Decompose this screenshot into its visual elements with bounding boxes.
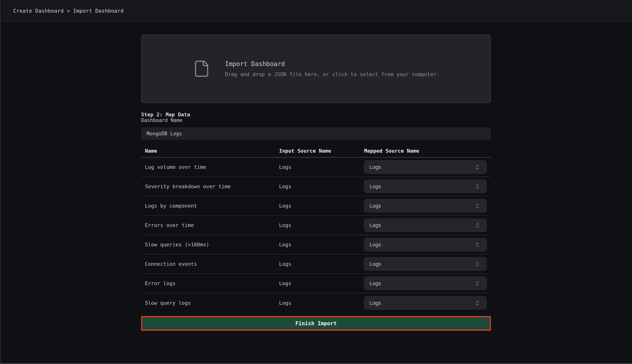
header-name: Name [141, 148, 279, 154]
step-heading: Step 2: Map Data [141, 112, 491, 118]
table-row: Logs by component Logs Logs [141, 196, 491, 216]
mapped-source-select[interactable]: Logs [364, 199, 487, 212]
chevrons-up-down-icon [475, 280, 481, 286]
table-row: Errors over time Logs Logs [141, 216, 491, 235]
dropzone-text: Import Dashboard Drag and drop a JSON fi… [225, 60, 440, 77]
row-input-source: Logs [279, 280, 364, 286]
mapped-source-value: Logs [369, 203, 381, 209]
mapped-source-select[interactable]: Logs [364, 160, 487, 174]
finish-import-button[interactable]: Finish Import [141, 316, 491, 331]
window-left-edge [0, 0, 1, 364]
mapped-source-value: Logs [369, 242, 381, 248]
table-row: Slow query logs Logs Logs [141, 293, 491, 312]
mapped-source-value: Logs [369, 164, 381, 170]
mapped-source-value: Logs [369, 184, 381, 190]
mapped-source-select[interactable]: Logs [364, 238, 487, 251]
table-row: Error logs Logs Logs [141, 274, 491, 293]
dashboard-name-input[interactable] [141, 128, 491, 140]
chevrons-up-down-icon [475, 164, 481, 170]
top-bar: Create Dashboard > Import Dashboard [0, 0, 632, 22]
row-input-source: Logs [279, 222, 364, 228]
import-dashboard-page: Import Dashboard Drag and drop a JSON fi… [141, 34, 491, 331]
mapped-source-select[interactable]: Logs [364, 218, 487, 232]
row-name: Slow queries (>100ms) [141, 242, 279, 248]
row-name: Error logs [141, 280, 279, 286]
chevrons-up-down-icon [475, 261, 481, 267]
table-row: Severity breakdown over time Logs Logs [141, 177, 491, 196]
table-row: Slow queries (>100ms) Logs Logs [141, 235, 491, 254]
dropzone-title: Import Dashboard [225, 60, 440, 68]
dropzone-subtitle: Drag and drop a JSON file here, or click… [225, 71, 440, 77]
window-bottom-edge [0, 363, 632, 364]
chevrons-up-down-icon [475, 242, 481, 248]
mapped-source-value: Logs [369, 280, 381, 286]
row-name: Slow query logs [141, 300, 279, 306]
table-header-row: Name Input Source Name Mapped Source Nam… [141, 140, 491, 157]
mapped-source-value: Logs [369, 300, 381, 306]
chevrons-up-down-icon [475, 203, 481, 209]
file-icon [192, 60, 211, 78]
mapped-source-select[interactable]: Logs [364, 180, 487, 193]
chevrons-up-down-icon [475, 300, 481, 306]
row-input-source: Logs [279, 300, 364, 306]
mapped-source-value: Logs [369, 261, 381, 267]
mapped-source-select[interactable]: Logs [364, 277, 487, 290]
table-body: Log volume over time Logs Logs Severity … [141, 158, 491, 312]
dashboard-name-label: Dashboard Name [141, 118, 182, 123]
row-input-source: Logs [279, 203, 364, 209]
table-row: Connection events Logs Logs [141, 254, 491, 274]
row-input-source: Logs [279, 261, 364, 267]
header-input-source: Input Source Name [279, 148, 364, 154]
table-row: Log volume over time Logs Logs [141, 158, 491, 177]
row-name: Errors over time [141, 222, 279, 228]
mapping-table: Name Input Source Name Mapped Source Nam… [141, 140, 491, 312]
mapped-source-select[interactable]: Logs [364, 296, 487, 310]
row-name: Severity breakdown over time [141, 184, 279, 189]
header-mapped-source: Mapped Source Name [364, 148, 491, 154]
row-input-source: Logs [279, 242, 364, 248]
row-input-source: Logs [279, 184, 364, 189]
row-input-source: Logs [279, 164, 364, 170]
mapped-source-value: Logs [369, 222, 381, 228]
mapped-source-select[interactable]: Logs [364, 257, 487, 271]
breadcrumb[interactable]: Create Dashboard > Import Dashboard [13, 8, 124, 14]
chevrons-up-down-icon [475, 184, 481, 190]
row-name: Log volume over time [141, 164, 279, 170]
json-dropzone[interactable]: Import Dashboard Drag and drop a JSON fi… [141, 34, 491, 103]
row-name: Logs by component [141, 203, 279, 209]
row-name: Connection events [141, 261, 279, 267]
chevrons-up-down-icon [475, 222, 481, 228]
